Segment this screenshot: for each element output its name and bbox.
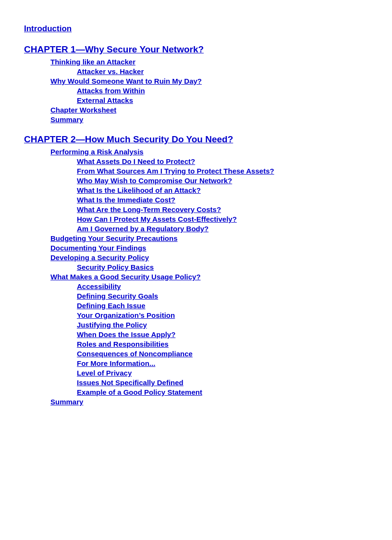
introduction-text[interactable]: Introduction <box>24 24 368 34</box>
ch2-l2-4-2[interactable]: Defining Each Issue <box>77 301 368 310</box>
ch2-l2-0-2[interactable]: Who May Wish to Compromise Our Network? <box>77 176 368 185</box>
ch2-l2-4-11[interactable]: Example of a Good Policy Statement <box>77 388 368 396</box>
toc-container: Introduction CHAPTER 1—Why Secure Your N… <box>24 24 368 406</box>
ch2-l2-0-7[interactable]: Am I Governed by a Regulatory Body? <box>77 225 368 233</box>
chapter1-title-link[interactable]: CHAPTER 1—Why Secure Your Network? <box>24 44 368 55</box>
ch2-l1-1[interactable]: Budgeting Your Security Precautions <box>50 234 368 242</box>
ch2-l2-4-10[interactable]: Issues Not Specifically Defined <box>77 378 368 387</box>
ch2-l2-4-4[interactable]: Justifying the Policy <box>77 321 368 329</box>
chapter1-section: CHAPTER 1—Why Secure Your Network? Think… <box>24 44 368 124</box>
ch2-l2-4-6[interactable]: Roles and Responsibilities <box>77 340 368 348</box>
ch1-l2-1-1[interactable]: External Attacks <box>77 96 368 104</box>
ch2-l2-0-6[interactable]: How Can I Protect My Assets Cost-Effecti… <box>77 215 368 223</box>
chapter2-section: CHAPTER 2—How Much Security Do You Need?… <box>24 134 368 406</box>
ch1-l1-0[interactable]: Thinking like an Attacker <box>50 58 368 66</box>
ch2-l1-3[interactable]: Developing a Security Policy <box>50 253 368 262</box>
ch2-l2-0-4[interactable]: What Is the Immediate Cost? <box>77 196 368 204</box>
chapter1-title-text[interactable]: CHAPTER 1—Why Secure Your Network? <box>24 44 368 55</box>
chapter2-title-link[interactable]: CHAPTER 2—How Much Security Do You Need? <box>24 134 368 145</box>
ch2-l1-0[interactable]: Performing a Risk Analysis <box>50 148 368 156</box>
chapter2-title-text[interactable]: CHAPTER 2—How Much Security Do You Need? <box>24 134 368 145</box>
ch2-l2-0-1[interactable]: From What Sources Am I Trying to Protect… <box>77 167 368 175</box>
ch2-l1-2[interactable]: Documenting Your Findings <box>50 244 368 252</box>
ch2-l1-4[interactable]: What Makes a Good Security Usage Policy? <box>50 273 368 281</box>
ch1-l2-0-0[interactable]: Attacker vs. Hacker <box>77 67 368 75</box>
ch2-l2-0-5[interactable]: What Are the Long-Term Recovery Costs? <box>77 205 368 213</box>
ch1-l1-1[interactable]: Why Would Someone Want to Ruin My Day? <box>50 77 368 85</box>
ch2-l2-3-0[interactable]: Security Policy Basics <box>77 263 368 271</box>
ch1-l1-3[interactable]: Summary <box>50 115 368 124</box>
introduction-link[interactable]: Introduction <box>24 24 368 34</box>
ch2-l2-4-3[interactable]: Your Organization’s Position <box>77 311 368 319</box>
ch2-l2-4-5[interactable]: When Does the Issue Apply? <box>77 330 368 339</box>
ch2-l2-4-0[interactable]: Accessibility <box>77 282 368 290</box>
ch1-l1-2[interactable]: Chapter Worksheet <box>50 106 368 114</box>
ch2-l1-5[interactable]: Summary <box>50 398 368 406</box>
ch2-l2-4-7[interactable]: Consequences of Noncompliance <box>77 350 368 358</box>
ch2-l2-4-1[interactable]: Defining Security Goals <box>77 292 368 300</box>
ch2-l2-4-9[interactable]: Level of Privacy <box>77 369 368 377</box>
ch1-l2-1-0[interactable]: Attacks from Within <box>77 87 368 95</box>
ch2-l2-4-8[interactable]: For More Information... <box>77 359 368 367</box>
ch2-l2-0-0[interactable]: What Assets Do I Need to Protect? <box>77 157 368 165</box>
ch2-l2-0-3[interactable]: What Is the Likelihood of an Attack? <box>77 186 368 194</box>
